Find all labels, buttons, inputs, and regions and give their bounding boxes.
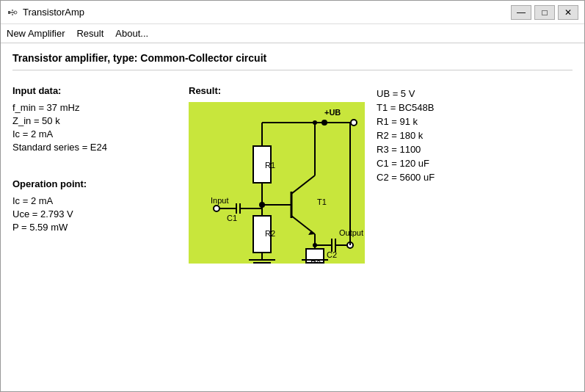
maximize-button[interactable]: □ [534, 5, 555, 20]
result-r3: R3 = 1100 [377, 144, 435, 155]
input-zin: Z_in = 50 k [12, 115, 174, 126]
menu-about[interactable]: About... [109, 26, 154, 41]
result-r2: R2 = 180 k [377, 130, 435, 141]
left-panel: Input data: f_min = 37 mHz Z_in = 50 k I… [12, 85, 174, 264]
input-fmin: f_min = 37 mHz [12, 102, 174, 113]
op-ic: Ic = 2 mA [12, 195, 174, 206]
app-icon [7, 7, 18, 18]
circuit-diagram: +UB R [189, 102, 365, 264]
svg-text:Input: Input [211, 196, 228, 205]
svg-text:Output: Output [339, 228, 363, 237]
result-r1: R1 = 91 k [377, 116, 435, 127]
title-bar: TransistorAmp — □ ✕ [1, 1, 584, 24]
content-area: Transistor amplifier, type: Common-Colle… [1, 43, 584, 391]
result-title: Result: [189, 85, 365, 96]
main-window: TransistorAmp — □ ✕ New Amplifier Result… [0, 0, 585, 392]
svg-text:C1: C1 [227, 214, 237, 222]
input-ic: Ic = 2 mA [12, 128, 174, 139]
op-uce: Uce = 2.793 V [12, 208, 174, 219]
svg-text:T1: T1 [317, 197, 327, 206]
menu-bar: New Amplifier Result About... [1, 24, 584, 43]
svg-rect-0 [8, 11, 10, 14]
app-title: TransistorAmp [23, 7, 84, 18]
menu-new-amplifier[interactable]: New Amplifier [1, 26, 70, 41]
operation-point-title: Operation point: [12, 178, 174, 189]
result-section: Result: +UB [189, 85, 365, 264]
result-values: UB = 5 V T1 = BC548B R1 = 91 k R2 = 180 … [377, 85, 435, 264]
svg-text:+UB: +UB [324, 108, 341, 117]
input-series: Standard series = E24 [12, 142, 174, 153]
window-controls: — □ ✕ [511, 5, 578, 20]
svg-point-36 [313, 120, 317, 125]
input-data-title: Input data: [12, 85, 174, 96]
menu-result[interactable]: Result [70, 26, 109, 41]
result-c1: C1 = 120 uF [377, 158, 435, 169]
result-c2: C2 = 5600 uF [377, 172, 435, 183]
title-bar-left: TransistorAmp [7, 7, 84, 18]
svg-point-28 [214, 206, 219, 211]
svg-line-32 [291, 175, 315, 194]
circuit-svg: +UB R [189, 102, 365, 264]
page-title: Transistor amplifier, type: Common-Colle… [12, 52, 573, 70]
op-p: P = 5.59 mW [12, 222, 174, 233]
result-ub: UB = 5 V [377, 88, 435, 99]
minimize-button[interactable]: — [511, 5, 531, 20]
svg-text:R2: R2 [265, 229, 275, 238]
svg-text:R1: R1 [265, 161, 275, 170]
svg-text:C2: C2 [327, 250, 337, 259]
right-panel: Result: +UB [189, 85, 573, 264]
close-button[interactable]: ✕ [558, 5, 578, 20]
result-t1: T1 = BC548B [377, 102, 435, 113]
svg-point-9 [351, 120, 357, 126]
main-layout: Input data: f_min = 37 mHz Z_in = 50 k I… [12, 85, 573, 264]
